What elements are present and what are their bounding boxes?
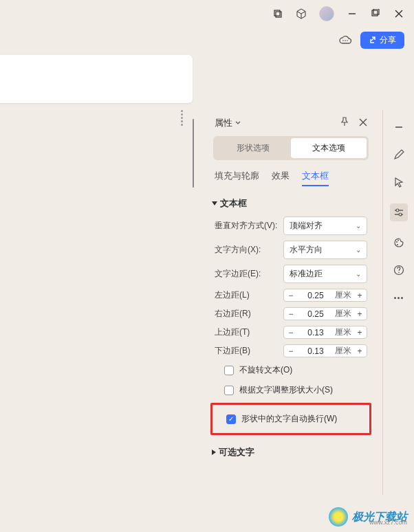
cursor-icon[interactable] — [393, 176, 405, 188]
copy-window-icon[interactable] — [272, 8, 283, 19]
watermark-logo-icon — [329, 507, 348, 527]
spinner-top-margin[interactable]: −0.13厘米+ — [283, 326, 367, 339]
cube-icon[interactable] — [296, 8, 307, 19]
sliders-icon[interactable] — [390, 203, 408, 221]
tab-effect[interactable]: 效果 — [272, 170, 290, 186]
share-button[interactable]: 分享 — [360, 32, 404, 49]
palette-icon[interactable] — [393, 236, 405, 249]
row-left-margin: 左边距(L) −0.25厘米+ — [205, 286, 377, 304]
increment-button[interactable]: + — [353, 291, 367, 300]
checkbox-fit-shape[interactable] — [224, 386, 234, 395]
cloud-icon[interactable] — [338, 33, 352, 47]
scrollbar[interactable] — [190, 113, 197, 512]
watermark-url: www.xz7.com — [369, 519, 407, 526]
right-toolbar — [382, 110, 414, 495]
checkbox-fit-shape-row: 根据文字调整形状大小(S) — [205, 380, 377, 400]
close-icon[interactable] — [393, 8, 404, 19]
close-panel-icon[interactable] — [359, 117, 367, 129]
svg-rect-4 — [373, 9, 379, 14]
tabs: 填充与轮廓 效果 文本框 — [205, 160, 377, 189]
expand-icon — [212, 450, 216, 455]
window-titlebar — [0, 0, 414, 27]
checkbox-fit-shape-label: 根据文字调整形状大小(S) — [239, 384, 333, 396]
svg-rect-1 — [276, 12, 281, 17]
select-text-direction[interactable]: 水平方向⌄ — [283, 241, 367, 259]
checkbox-no-rotate-label: 不旋转文本(O) — [239, 364, 292, 376]
tab-textbox[interactable]: 文本框 — [302, 170, 329, 186]
label-top-margin: 上边距(T) — [215, 326, 278, 338]
svg-rect-0 — [274, 10, 280, 16]
svg-point-19 — [397, 244, 398, 245]
label-text-direction: 文字方向(X): — [215, 244, 278, 256]
row-text-margin: 文字边距(E): 标准边距⌄ — [205, 262, 377, 286]
minus-tool-icon[interactable] — [393, 121, 405, 133]
spinner-bottom-margin[interactable]: −0.13厘米+ — [283, 344, 367, 357]
chevron-down-icon: ⌄ — [356, 246, 361, 254]
maximize-icon[interactable] — [370, 8, 381, 19]
chevron-down-icon — [235, 120, 241, 126]
svg-point-18 — [397, 240, 399, 241]
share-button-label: 分享 — [380, 34, 396, 46]
checkbox-no-rotate-row: 不旋转文本(O) — [205, 360, 377, 380]
label-left-margin: 左边距(L) — [215, 289, 278, 301]
row-valign: 垂直对齐方式(V): 顶端对齐⌄ — [205, 214, 377, 238]
decrement-button[interactable]: − — [284, 346, 298, 356]
label-text-margin: 文字边距(E): — [215, 268, 278, 280]
row-text-direction: 文字方向(X): 水平方向⌄ — [205, 238, 377, 262]
decrement-button[interactable]: − — [284, 291, 298, 300]
panel-title[interactable]: 属性 — [215, 117, 241, 129]
checkbox-wrap-text-label: 形状中的文字自动换行(W) — [241, 413, 337, 425]
checkbox-wrap-text-row: 形状中的文字自动换行(W) — [213, 409, 369, 429]
chevron-down-icon: ⌄ — [356, 222, 361, 230]
more-icon[interactable] — [393, 291, 405, 304]
decrement-button[interactable]: − — [284, 309, 298, 319]
tab-fill-outline[interactable]: 填充与轮廓 — [215, 170, 259, 186]
row-top-margin: 上边距(T) −0.13厘米+ — [205, 323, 377, 342]
label-right-margin: 右边距(R) — [215, 308, 278, 320]
svg-point-16 — [399, 213, 402, 216]
segment-text-options[interactable]: 文本选项 — [291, 138, 367, 158]
pin-icon[interactable] — [340, 117, 349, 129]
svg-rect-3 — [372, 10, 378, 16]
increment-button[interactable]: + — [353, 346, 367, 356]
svg-point-14 — [396, 209, 399, 212]
svg-point-17 — [396, 241, 397, 243]
checkbox-no-rotate[interactable] — [224, 366, 234, 375]
row-right-margin: 右边距(R) −0.25厘米+ — [205, 304, 377, 323]
watermark: 极光下载站 www.xz7.com — [329, 507, 407, 527]
increment-button[interactable]: + — [353, 309, 367, 319]
svg-point-7 — [342, 40, 344, 41]
increment-button[interactable]: + — [353, 328, 367, 337]
svg-point-9 — [347, 40, 348, 41]
label-bottom-margin: 下边距(B) — [215, 345, 278, 357]
label-valign: 垂直对齐方式(V): — [215, 220, 278, 232]
section-textbox-header[interactable]: 文本框 — [205, 189, 377, 214]
spinner-right-margin[interactable]: −0.25厘米+ — [283, 307, 367, 320]
segmented-control: 形状选项 文本选项 — [213, 136, 369, 160]
svg-point-21 — [398, 272, 400, 274]
help-icon[interactable] — [393, 264, 405, 276]
spinner-left-margin[interactable]: −0.25厘米+ — [283, 289, 367, 302]
select-valign[interactable]: 顶端对齐⌄ — [283, 217, 367, 235]
svg-point-8 — [345, 40, 346, 41]
select-text-margin[interactable]: 标准边距⌄ — [283, 265, 367, 283]
row-bottom-margin: 下边距(B) −0.13厘米+ — [205, 342, 377, 360]
share-bar: 分享 — [0, 27, 414, 52]
panel-drag-handle[interactable] — [177, 110, 186, 126]
pencil-icon[interactable] — [393, 148, 405, 161]
segment-shape-options[interactable]: 形状选项 — [215, 138, 291, 158]
canvas-shape[interactable] — [0, 55, 193, 103]
collapse-icon — [212, 201, 217, 206]
minimize-icon[interactable] — [347, 8, 358, 19]
highlight-annotation: 形状中的文字自动换行(W) — [210, 403, 371, 435]
section-alt-text-header[interactable]: 可选文字 — [205, 438, 377, 463]
avatar[interactable] — [319, 6, 334, 21]
panel-header: 属性 — [205, 110, 377, 136]
decrement-button[interactable]: − — [284, 328, 298, 337]
chevron-down-icon: ⌄ — [356, 270, 361, 278]
properties-panel: 属性 形状选项 文本选项 填充与轮廓 效果 文本框 文本框 垂直对齐方式(V):… — [205, 110, 377, 495]
checkbox-wrap-text[interactable] — [226, 414, 236, 424]
